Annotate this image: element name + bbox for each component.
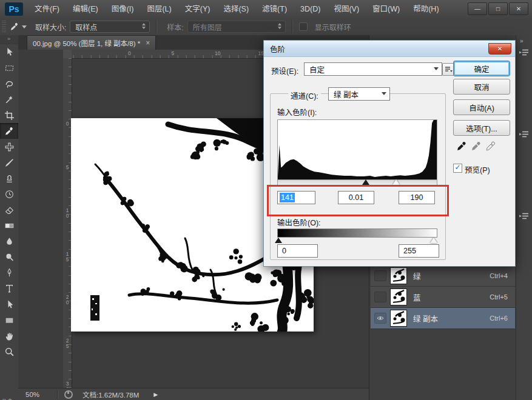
tool-type[interactable]	[0, 281, 18, 296]
tool-brush[interactable]	[0, 155, 18, 170]
menu-item-3D[interactable]: 3D(D)	[294, 0, 327, 18]
highlight-slider[interactable]	[392, 179, 400, 185]
toolbar-collapse-button[interactable]: »	[0, 35, 18, 44]
path-select-icon	[4, 299, 15, 310]
panel-menu-icon[interactable]	[519, 48, 530, 56]
window-controls: — □ ✕	[468, 2, 528, 15]
channel-row-绿 副本[interactable]: 绿 副本Ctrl+6	[371, 308, 515, 329]
maximize-button[interactable]: □	[488, 2, 508, 15]
sample-layers-dropdown[interactable]: 所有图层	[187, 21, 286, 33]
menu-item-滤镜[interactable]: 滤镜(T)	[255, 0, 294, 18]
panel-menu-icon[interactable]	[519, 130, 530, 138]
channel-row-绿[interactable]: 绿Ctrl+4	[371, 265, 515, 287]
eye-icon	[377, 315, 384, 322]
clone-stamp-icon	[4, 173, 15, 184]
tool-path-select[interactable]	[0, 296, 18, 312]
status-flyout-button[interactable]: ▶	[153, 392, 158, 398]
color-swatches: ⧉⟲	[0, 396, 18, 400]
menu-item-选择[interactable]: 选择(S)	[217, 0, 255, 18]
auto-button[interactable]: 自动(A)	[453, 99, 510, 115]
minimize-button[interactable]: —	[468, 2, 487, 15]
tool-magic-wand[interactable]	[0, 92, 18, 107]
preset-menu-icon	[445, 66, 453, 73]
output-shadow-slider[interactable]	[275, 238, 282, 243]
tool-history-brush[interactable]	[0, 186, 18, 202]
current-tool-button[interactable]	[10, 22, 27, 32]
tool-zoom[interactable]	[0, 344, 18, 359]
output-highlight-field[interactable]: 255	[399, 244, 439, 258]
swap-colors-icon[interactable]: ⧉⟲	[2, 398, 12, 400]
menu-item-文字[interactable]: 文字(Y)	[178, 0, 217, 18]
channel-thumbnail-art	[391, 289, 406, 305]
tool-lasso[interactable]	[0, 76, 18, 92]
show-sampling-ring-checkbox[interactable]	[299, 22, 308, 31]
channel-dropdown[interactable]: 绿 副本	[328, 87, 390, 101]
status-separator	[57, 390, 58, 399]
close-button[interactable]: ✕	[509, 2, 528, 15]
visibility-toggle[interactable]	[374, 292, 386, 302]
marquee-icon	[4, 63, 15, 73]
menu-item-帮助[interactable]: 帮助(H)	[406, 0, 445, 18]
menu-item-文件[interactable]: 文件(F)	[28, 0, 66, 18]
channel-row-蓝[interactable]: 蓝Ctrl+5	[371, 287, 515, 308]
blur-icon	[4, 236, 15, 247]
preset-dropdown[interactable]: 自定	[304, 62, 442, 76]
sample-size-dropdown[interactable]: 取样点	[70, 21, 150, 33]
tool-pen[interactable]	[0, 265, 18, 281]
tool-blur[interactable]	[0, 233, 18, 249]
tool-healing-brush[interactable]	[0, 139, 18, 155]
brush-icon	[4, 158, 15, 168]
tool-crop[interactable]	[0, 107, 18, 123]
gray-point-eyedropper[interactable]	[470, 141, 482, 153]
tool-hand[interactable]	[0, 328, 18, 344]
tool-dodge[interactable]	[0, 249, 18, 265]
zoom-level-field[interactable]: 50%	[25, 391, 57, 398]
tool-move[interactable]	[0, 44, 18, 60]
tool-eraser[interactable]	[0, 202, 18, 218]
chevron-down-icon	[434, 67, 439, 70]
dodge-icon	[4, 252, 15, 262]
channel-thumbnail	[390, 310, 407, 327]
expand-panels-button[interactable]: »	[520, 38, 523, 44]
tool-preset-arrow-icon	[22, 25, 27, 28]
histogram	[277, 119, 437, 180]
tool-clone-stamp[interactable]	[0, 170, 18, 186]
visibility-toggle[interactable]	[374, 270, 386, 281]
dialog-title-bar[interactable]: 色阶	[264, 41, 515, 57]
shadow-slider[interactable]	[362, 179, 369, 185]
v-ruler-label: 25	[64, 338, 70, 348]
ok-button[interactable]: 确定	[453, 61, 510, 76]
menu-item-图像[interactable]: 图像(I)	[105, 0, 141, 18]
output-shadow-field[interactable]: 0	[277, 244, 318, 258]
panel-menu-icon[interactable]	[519, 212, 530, 220]
tool-eyedropper[interactable]	[0, 123, 18, 139]
menu-item-编辑[interactable]: 编辑(E)	[66, 0, 105, 18]
options-button[interactable]: 选项(T)...	[453, 120, 510, 136]
input-levels-label: 输入色阶(I):	[277, 106, 317, 118]
menu-item-窗口[interactable]: 窗口(W)	[366, 0, 406, 18]
black-point-eyedropper[interactable]	[456, 141, 468, 153]
tool-gradient[interactable]	[0, 218, 18, 233]
menu-item-图层[interactable]: 图层(L)	[140, 0, 178, 18]
channel-shortcut: Ctrl+6	[490, 315, 508, 322]
tab-close-icon[interactable]: ×	[146, 39, 150, 47]
preview-checkbox[interactable]: ✓	[453, 164, 462, 173]
document-tab[interactable]: 00.jpg @ 50% (图层 1, 绿 副本/8) * ×	[27, 35, 156, 50]
v-ruler-label: 10	[64, 207, 70, 218]
options-separator	[292, 20, 293, 33]
output-highlight-slider[interactable]	[430, 238, 437, 243]
tool-marquee[interactable]	[0, 60, 18, 76]
tools-panel: » ⧉⟲	[0, 35, 19, 400]
document-size-info[interactable]: 文档:1.62M/3.78M	[82, 390, 139, 399]
channel-thumbnail-art	[391, 310, 406, 326]
menu-item-视图[interactable]: 视图(V)	[327, 0, 366, 18]
dialog-close-button[interactable]: ✕	[488, 43, 511, 55]
visibility-toggle[interactable]	[374, 313, 386, 324]
options-bar-grip[interactable]	[2, 21, 6, 33]
white-point-eyedropper[interactable]	[485, 141, 497, 153]
h-ruler-label: 5	[172, 50, 175, 56]
cancel-button[interactable]: 取消	[453, 79, 510, 95]
channel-name: 绿	[413, 270, 490, 282]
channel-shortcut: Ctrl+5	[490, 293, 508, 301]
tool-shape[interactable]	[0, 312, 18, 328]
